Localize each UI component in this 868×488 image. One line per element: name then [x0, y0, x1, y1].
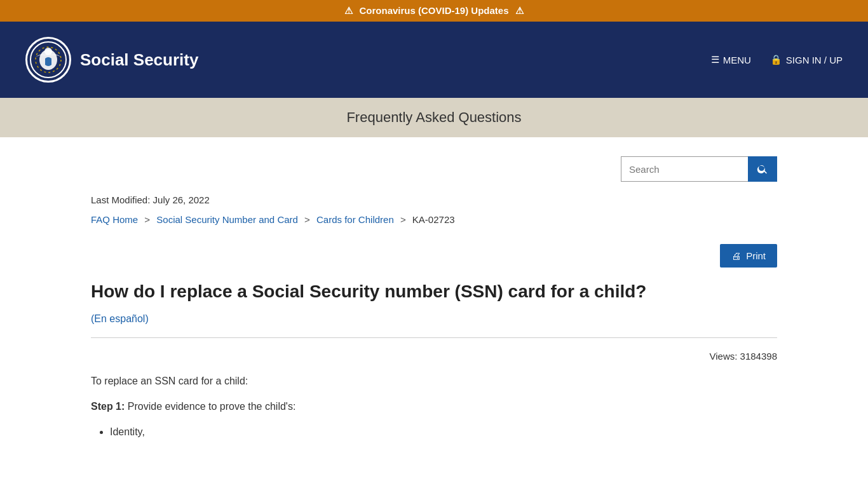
step1-paragraph: Step 1: Provide evidence to prove the ch… [91, 398, 777, 415]
header-nav: ☰ MENU 🔒 SIGN IN / UP [711, 54, 843, 65]
search-area [91, 156, 777, 182]
search-button[interactable] [748, 156, 777, 182]
signin-label: SIGN IN / UP [786, 55, 843, 65]
signin-link[interactable]: 🔒 SIGN IN / UP [770, 54, 843, 65]
logo-circle [25, 37, 71, 83]
page-subtitle-bar: Frequently Asked Questions [0, 98, 868, 137]
step1-list: Identity, [110, 424, 777, 440]
print-icon: 🖨 [731, 250, 741, 261]
print-label: Print [746, 250, 766, 261]
site-title: Social Security [80, 50, 198, 70]
breadcrumb-home[interactable]: FAQ Home [91, 214, 138, 225]
logo-area: Social Security [25, 37, 198, 83]
search-icon [757, 163, 768, 175]
print-area: 🖨 Print [91, 244, 777, 268]
warning-icon-right: ⚠ [515, 5, 524, 16]
warning-icon-left: ⚠ [344, 5, 353, 16]
breadcrumb-level2[interactable]: Cards for Children [316, 214, 394, 225]
breadcrumb-level1[interactable]: Social Security Number and Card [156, 214, 298, 225]
step1-label: Step 1: [91, 401, 125, 412]
alert-text: Coronavirus (COVID-19) Updates [359, 5, 508, 16]
views-count: Views: 3184398 [91, 351, 777, 362]
menu-label: MENU [723, 55, 751, 65]
search-input[interactable] [621, 156, 748, 182]
breadcrumb-current: KA-02723 [412, 214, 455, 225]
en-espanol-link[interactable]: (En español) [91, 313, 777, 325]
breadcrumb: FAQ Home > Social Security Number and Ca… [91, 214, 777, 225]
article-title: How do I replace a Social Security numbe… [91, 280, 777, 303]
ssa-logo-icon [29, 41, 67, 79]
menu-link[interactable]: ☰ MENU [711, 54, 751, 65]
list-item: Identity, [110, 424, 777, 440]
breadcrumb-sep-1: > [144, 214, 153, 225]
article-divider [91, 337, 777, 338]
site-header: Social Security ☰ MENU 🔒 SIGN IN / UP [0, 22, 868, 98]
article-body: To replace an SSN card for a child: Step… [91, 373, 777, 440]
breadcrumb-sep-3: > [400, 214, 409, 225]
menu-icon: ☰ [711, 54, 719, 65]
step1-text: Provide evidence to prove the child's: [128, 401, 296, 412]
alert-banner: ⚠ Coronavirus (COVID-19) Updates ⚠ [0, 0, 868, 22]
lock-icon: 🔒 [770, 54, 782, 65]
body-intro: To replace an SSN card for a child: [91, 373, 777, 390]
breadcrumb-sep-2: > [304, 214, 313, 225]
search-form [621, 156, 777, 182]
page-subtitle-title: Frequently Asked Questions [11, 109, 857, 126]
last-modified: Last Modified: July 26, 2022 [91, 194, 777, 205]
svg-point-2 [44, 48, 52, 55]
print-button[interactable]: 🖨 Print [720, 244, 777, 268]
main-content: Last Modified: July 26, 2022 FAQ Home > … [65, 137, 803, 480]
